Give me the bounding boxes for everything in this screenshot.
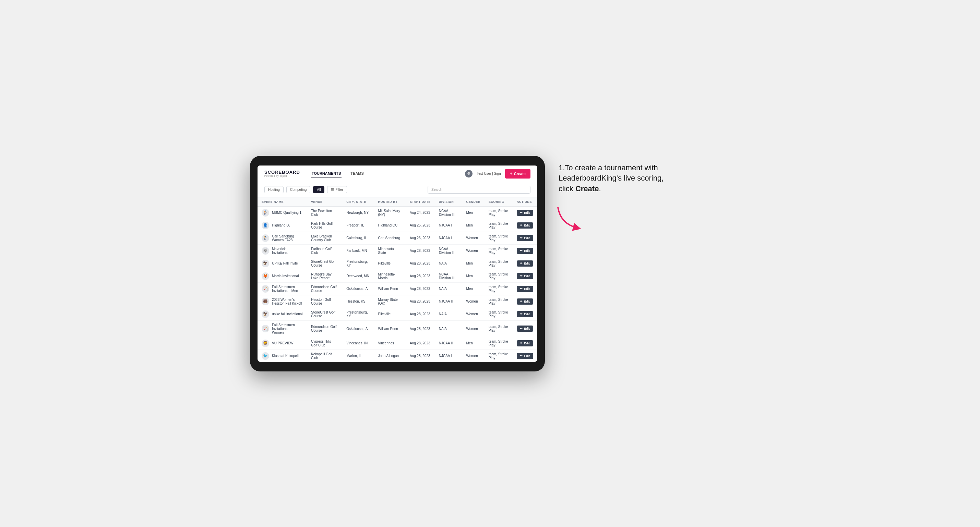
filter-options-button[interactable]: ☰ Filter [327,186,347,193]
brand-subtitle: Powered by clippit [264,175,300,178]
nav-teams[interactable]: TEAMS [350,170,364,178]
edit-button[interactable]: Edit [517,210,533,216]
start-date-cell: Aug 28, 2023 [406,270,435,283]
event-icon: 🏌 [262,209,269,217]
filter-label: Filter [336,188,343,192]
hosted-by-cell: Mt. Saint Mary (NY) [374,206,406,219]
event-name-cell: 🦅 UPIKE Fall Invite [258,257,307,270]
scoring-cell: team, Stroke Play [485,283,512,295]
event-name: Carl Sandburg Women FA23 [272,234,303,242]
edit-button[interactable]: Edit [517,325,533,332]
venue-cell: Faribault Golf Club [307,244,342,257]
city-state-cell: Prestonsburg, KY [342,257,374,270]
city-state-cell: Newburgh, NY [342,206,374,219]
brand-logo: SCOREBOARD Powered by clippit [264,170,300,178]
event-name: upike fall invitational [272,312,303,316]
scoring-cell: team, Stroke Play [485,219,512,232]
edit-button[interactable]: Edit [517,273,533,279]
table-row: 🏹 Fall Statesmen Invitational - Men Edmu… [258,283,537,295]
table-row: 🐻 2023 Women's Hesston Fall Kickoff Hess… [258,295,537,308]
actions-cell: Edit [512,206,537,219]
venue-cell: Edmundson Golf Course [307,321,342,337]
city-state-cell: Prestonsburg, KY [342,308,374,321]
actions-cell: Edit [512,244,537,257]
venue-cell: Cypress Hills Golf Club [307,337,342,349]
scoring-cell: team, Stroke Play [485,308,512,321]
venue-cell: StoneCrest Golf Course [307,308,342,321]
tablet-screen: SCOREBOARD Powered by clippit TOURNAMENT… [258,165,537,362]
tablet-device: SCOREBOARD Powered by clippit TOURNAMENT… [250,156,545,371]
annotation-text-part1: 1.To create a tournament with Leaderboar… [558,163,663,193]
table-row: 🦁 VU PREVIEW Cypress Hills Golf Club Vin… [258,337,537,349]
scoring-cell: team, Stroke Play [485,244,512,257]
settings-icon[interactable]: ⚙ [465,170,473,178]
city-state-cell: Marion, IL [342,349,374,362]
gender-cell: Men [462,257,485,270]
event-icon: 👤 [262,222,269,229]
start-date-cell: Aug 28, 2023 [406,283,435,295]
actions-cell: Edit [512,270,537,283]
annotation-panel: 1.To create a tournament with Leaderboar… [558,156,675,233]
start-date-cell: Aug 28, 2023 [406,321,435,337]
brand-title: SCOREBOARD [264,170,300,175]
event-name-cell: 🐻 2023 Women's Hesston Fall Kickoff [258,295,307,308]
edit-button[interactable]: Edit [517,353,533,359]
start-date-cell: Aug 28, 2023 [406,308,435,321]
table-row: 🦊 Morris Invitational Ruttger's Bay Lake… [258,270,537,283]
event-name-cell: 🦁 VU PREVIEW [258,337,307,349]
venue-cell: Edmundson Golf Course [307,283,342,295]
division-cell: NCAA Division III [435,270,462,283]
col-city-state: CITY, STATE [342,197,374,206]
event-icon: 🦅 [262,260,269,267]
actions-cell: Edit [512,349,537,362]
division-cell: NCAA Division II [435,244,462,257]
event-icon: 🦊 [262,272,269,280]
hosted-by-cell: William Penn [374,283,406,295]
scoring-cell: team, Stroke Play [485,206,512,219]
table-row: 🏹 Fall Statesmen Invitational - Women Ed… [258,321,537,337]
division-cell: NAIA [435,308,462,321]
hosting-filter-button[interactable]: Hosting [264,186,283,193]
scoring-cell: team, Stroke Play [485,232,512,244]
edit-button[interactable]: Edit [517,248,533,254]
event-name: 2023 Women's Hesston Fall Kickoff [272,298,303,305]
division-cell: NAIA [435,257,462,270]
edit-button[interactable]: Edit [517,286,533,292]
venue-cell: The Powelton Club [307,206,342,219]
table-row: 🏌 MSMC Qualifying 1 The Powelton Club Ne… [258,206,537,219]
table-body: 🏌 MSMC Qualifying 1 The Powelton Club Ne… [258,206,537,362]
gender-cell: Women [462,295,485,308]
event-name: Morris Invitational [272,274,299,278]
event-icon: 🐦 [262,352,269,360]
edit-button[interactable]: Edit [517,260,533,267]
event-name-cell: 🏌 MSMC Qualifying 1 [258,206,307,219]
event-name: Fall Statesmen Invitational - Men [272,285,303,293]
filter-icon: ☰ [331,188,334,192]
nav-right-area: ⚙ Test User | Sign Create [465,169,530,179]
gender-cell: Men [462,219,485,232]
col-hosted-by: HOSTED BY [374,197,406,206]
nav-tournaments[interactable]: TOURNAMENTS [311,170,342,178]
edit-button[interactable]: Edit [517,340,533,346]
gender-cell: Men [462,337,485,349]
tournaments-table: EVENT NAME VENUE CITY, STATE HOSTED BY S… [258,197,537,362]
hosted-by-cell: Minnesota State [374,244,406,257]
competing-filter-button[interactable]: Competing [286,186,310,193]
city-state-cell: Oskaloosa, IA [342,283,374,295]
event-name-cell: 👤 Highland 36 [258,219,307,232]
hosted-by-cell: Carl Sandburg [374,232,406,244]
edit-button[interactable]: Edit [517,298,533,305]
edit-button[interactable]: Edit [517,222,533,229]
edit-button[interactable]: Edit [517,235,533,241]
create-button[interactable]: Create [505,169,530,179]
venue-cell: Hesston Golf Course [307,295,342,308]
edit-button[interactable]: Edit [517,311,533,317]
all-filter-button[interactable]: All [313,186,325,193]
event-icon: 🦁 [262,340,269,347]
navbar: SCOREBOARD Powered by clippit TOURNAMENT… [258,165,537,182]
search-wrapper [428,186,530,194]
actions-cell: Edit [512,219,537,232]
event-icon: 🐻 [262,298,269,305]
search-input[interactable] [428,186,530,194]
hosted-by-cell: John A Logan [374,349,406,362]
